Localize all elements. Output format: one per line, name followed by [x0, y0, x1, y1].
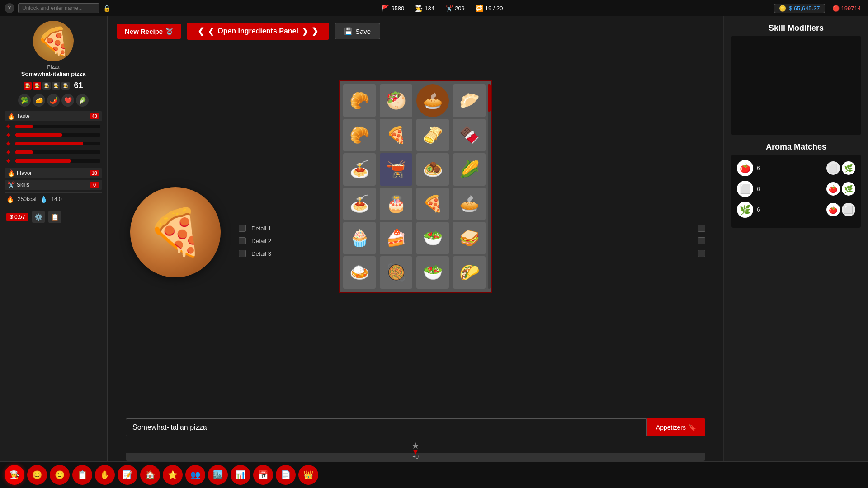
aroma-matches-icons-1: ⬜ 🌿 — [826, 161, 855, 175]
new-recipe-icon: 🗑️ — [165, 28, 173, 35]
ingredient-14[interactable]: 🎂 — [380, 188, 412, 220]
ingredient-6[interactable]: 🍕 — [380, 119, 412, 151]
ingredient-icons-row: 🥦 🧀 🌶️ ❤️ 🥬 — [5, 94, 102, 107]
bottom-stats: 🔥 250kcal 💧 14.0 — [5, 196, 102, 203]
info-btn[interactable]: 📋 — [48, 211, 61, 223]
flavor-header: 🔥 Flavor 18 — [5, 168, 102, 178]
ingredient-18[interactable]: 🍰 — [380, 222, 412, 254]
aroma-main-3: 🌿 — [737, 202, 753, 218]
aroma-matches-title: Aroma Matches — [731, 142, 861, 152]
ingredients-grid: 🥐 🥙 🥧 🥟 🥐 🍕 🫔 🍫 🍝 🫕 🧆 🌽 🍝 — [343, 84, 488, 289]
name-input[interactable] — [18, 3, 99, 13]
detail-checkbox-1-left[interactable] — [239, 225, 246, 232]
skill-modifiers-box — [731, 36, 861, 135]
nav-btn-doc[interactable]: 📄 — [276, 465, 296, 485]
price-badge: $ 0.57 — [6, 213, 28, 221]
ingredient-4[interactable]: 🥟 — [453, 84, 486, 117]
recipe-name-input[interactable] — [126, 418, 647, 436]
nav-btn-crown[interactable]: 👑 — [298, 465, 318, 485]
ingredient-9[interactable]: 🍝 — [343, 153, 376, 186]
ingredient-2[interactable]: 🥙 — [380, 84, 412, 117]
bar-icon-2: ◆ — [6, 131, 14, 139]
nav-btn-building[interactable]: 🏠 — [140, 465, 160, 485]
detail-checkbox-3-left[interactable] — [239, 250, 246, 257]
ingredient-24[interactable]: 🌮 — [453, 256, 486, 289]
skills-icon: ✂️ — [7, 181, 15, 188]
bar-fill-1 — [15, 125, 33, 128]
ingredient-22[interactable]: 🥘 — [380, 256, 412, 289]
aroma-main-1: 🍅 — [737, 160, 753, 176]
ingredient-21[interactable]: 🍛 — [343, 256, 376, 289]
stat-flag: 🚩 9580 — [382, 5, 404, 12]
nav-btn-hand[interactable]: ✋ — [95, 465, 115, 485]
open-ingredients-label: Open Ingredients Panel — [217, 27, 298, 35]
stat-chef: 👨‍🍳 134 — [415, 5, 434, 12]
ingredients-panel: 🥐 🥙 🥧 🥟 🥐 🍕 🫔 🍫 🍝 🫕 🧆 🌽 🍝 — [339, 80, 492, 293]
panel-scrollbar[interactable] — [488, 84, 491, 289]
taste-header: 🔥 Taste 43 — [5, 111, 102, 121]
ingredient-16[interactable]: 🥧 — [453, 188, 486, 220]
nav-btn-home[interactable]: 👨‍🍳 — [5, 465, 24, 485]
aroma-row-3: 🌿 6 🍅 ⬜ — [737, 202, 855, 218]
right-sidebar: Skill Modifiers Aroma Matches 🍅 6 ⬜ 🌿 ⬜ … — [723, 16, 868, 461]
aroma-row-1: 🍅 6 ⬜ 🌿 — [737, 160, 855, 176]
detail-checkbox-2-right[interactable] — [698, 237, 705, 244]
nav-btn-chart[interactable]: 📊 — [231, 465, 250, 485]
ing-icon-3: 🌶️ — [47, 94, 60, 107]
ingredient-13[interactable]: 🍝 — [343, 188, 376, 220]
ingredient-10[interactable]: 🫕 — [380, 153, 412, 186]
taste-bar-1: ◆ — [5, 123, 102, 130]
save-label: Save — [355, 28, 371, 35]
chef-hat-1: 👨‍🍳 — [24, 82, 32, 90]
nav-btn-face[interactable]: 😊 — [27, 465, 47, 485]
nav-btn-star[interactable]: ⭐ — [163, 465, 183, 485]
top-bar-left: ✕ 🔒 — [0, 3, 111, 13]
drop-icon: 💧 — [40, 196, 47, 203]
category-icon: 🔖 — [689, 424, 696, 431]
nav-btn-people[interactable]: 👥 — [185, 465, 205, 485]
ingredient-7[interactable]: 🫔 — [416, 119, 449, 151]
settings-btn[interactable]: ⚙️ — [32, 211, 45, 223]
taste-label: 🔥 Taste — [7, 113, 30, 120]
ing-icon-2: 🧀 — [33, 94, 45, 107]
ingredient-1[interactable]: 🥐 — [343, 84, 376, 117]
open-ingredients-button[interactable]: ❮ Open Ingredients Panel ❯ — [187, 23, 329, 40]
top-bar-right: 🪙 $ 65,645.37 🔴 199714 — [774, 4, 868, 13]
ingredient-17[interactable]: 🧁 — [343, 222, 376, 254]
detail-checkbox-1-right[interactable] — [698, 225, 705, 232]
category-button[interactable]: Appetizers 🔖 — [647, 418, 705, 436]
ingredient-5[interactable]: 🥐 — [343, 119, 376, 151]
ingredient-12[interactable]: 🌽 — [453, 153, 486, 186]
ingredient-8[interactable]: 🍫 — [453, 119, 486, 151]
detail-checkbox-2-left[interactable] — [239, 237, 246, 244]
nav-btn-menu[interactable]: 📋 — [72, 465, 92, 485]
ingredient-20[interactable]: 🥪 — [453, 222, 486, 254]
aroma-matches-box: 🍅 6 ⬜ 🌿 ⬜ 6 🍅 🌿 🌿 — [731, 155, 861, 228]
detail-checkbox-3-right[interactable] — [698, 250, 705, 257]
nav-btn-clipboard[interactable]: 📝 — [118, 465, 137, 485]
points-value: 199714 — [841, 5, 861, 12]
pizza-thumbnail: 🍕 — [33, 21, 74, 61]
arrow-left-icon: ❮ — [208, 27, 214, 36]
ingredient-23[interactable]: 🥗 — [416, 256, 449, 289]
stat-chef-value: 134 — [425, 5, 434, 12]
nav-btn-person[interactable]: 🙂 — [50, 465, 70, 485]
ing-icon-4: ❤️ — [61, 94, 74, 107]
ingredient-15[interactable]: 🍕 — [416, 188, 449, 220]
pizza-emoji: 🍕 — [147, 206, 204, 259]
close-button[interactable]: ✕ — [5, 3, 14, 13]
save-button[interactable]: 💾 Save — [335, 23, 380, 39]
nav-btn-city[interactable]: 🏙️ — [208, 465, 228, 485]
left-sidebar: 🍕 Pizza Somewhat-italian pizza 👨‍🍳 👨‍🍳 👨… — [0, 16, 108, 461]
recipe-name-bar: Appetizers 🔖 — [126, 418, 705, 436]
ingredient-11[interactable]: 🧆 — [416, 153, 449, 186]
bar-fill-3 — [15, 142, 83, 145]
save-icon: 💾 — [344, 27, 353, 35]
nav-btn-calendar[interactable]: 📅 — [253, 465, 273, 485]
ingredient-19[interactable]: 🥗 — [416, 222, 449, 254]
chef-score: 61 — [74, 81, 83, 90]
bar-bg-1 — [15, 125, 100, 128]
skills-header: ✂️ Skills 0 — [5, 180, 102, 190]
ingredient-3[interactable]: 🥧 — [416, 84, 449, 117]
new-recipe-button[interactable]: New Recipe 🗑️ — [117, 24, 181, 39]
